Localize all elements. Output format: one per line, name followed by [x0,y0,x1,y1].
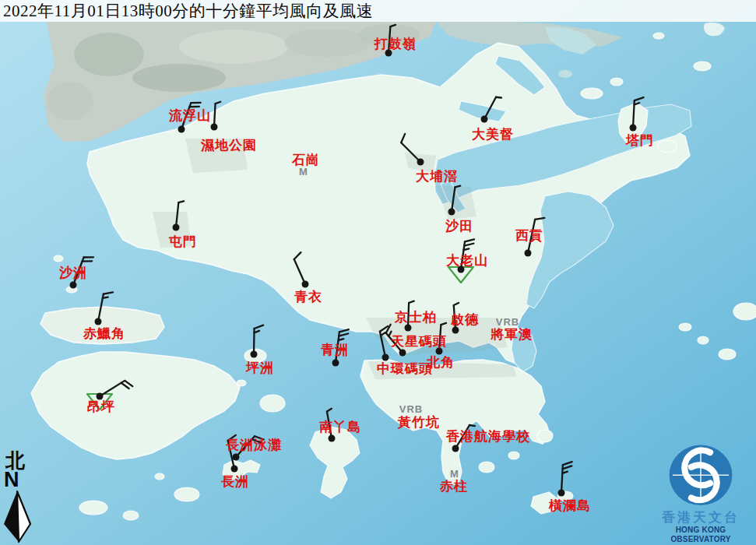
wind-barb-tsing-yi [293,252,314,287]
north-label-letter: N [4,470,37,489]
wind-barb-north-point [436,322,447,354]
station-dot-tap-mun [630,125,637,132]
wind-barb-peng-chau [251,325,264,357]
station-dot-cheung-chau-beach [233,454,240,461]
station-dot-lamma-island [329,435,336,442]
wind-barb-kai-tak [452,303,461,333]
station-dot-hk-sea-school [452,445,459,452]
station-dot-ngong-ping [97,393,104,400]
hko-logo-english: HONG KONG OBSERVATORY [646,526,755,544]
wind-barb-ngong-ping [87,378,132,410]
wind-barb-hk-sea-school [452,424,475,452]
station-dot-kai-tak [452,327,459,334]
wind-barb-kings-park [405,301,414,331]
hko-logo: 香港天文台 HONG KONG OBSERVATORY [646,443,755,544]
wind-barb-layer [0,0,756,545]
wind-barb-tap-mun [630,97,644,131]
wind-barb-sha-tin [448,185,461,216]
wind-barb-tuen-mun [173,201,185,231]
map-title: 2022年11月01日13時00分的十分鐘平均風向及風速 [3,1,373,21]
station-dot-cheung-chau [231,466,238,473]
wind-barb-lamma-island [326,409,336,442]
station-dot-tates-cairn [458,266,465,273]
wind-barb-waglan-island [558,461,572,496]
wind-barb-sha-chau [70,254,94,288]
hko-logo-icon [667,443,734,510]
wind-barb-ta-kwu-ling [385,24,396,56]
wind-barb-cheung-chau-beach [233,434,264,463]
station-dot-tuen-mun [173,224,180,231]
station-dot-chek-lap-kok [95,318,102,325]
station-dot-tsing-yi [302,281,309,288]
station-dot-tai-mei-tuk [481,116,488,123]
station-dot-north-point [436,348,443,355]
station-dot-star-ferry-pier [399,350,406,357]
wind-barb-tates-cairn [448,238,474,283]
station-dot-central-pier [382,354,389,361]
station-dot-waglan-island [558,490,565,497]
station-dot-green-island [332,360,339,367]
hko-logo-chinese: 香港天文台 [646,510,755,526]
station-dot-sha-chau [70,282,77,289]
wind-map-page: 打鼓嶺流浮山濕地公園石崗M大美督塔門大埔滘沙田屯門西貢沙洲大老山青衣赤鱲角京士柏… [0,0,756,545]
wind-barb-lau-fau-shan [178,100,201,133]
station-dot-wetland-park [211,124,218,131]
wind-barb-tai-po-kau [399,134,427,166]
station-dot-sha-tin [448,209,455,216]
wind-barb-tai-mei-tuk [481,95,501,122]
station-dot-lau-fau-shan [178,126,185,133]
wind-barb-sai-kung [525,216,545,256]
station-dot-peng-chau [251,351,258,358]
title-bar: 2022年11月01日13時00分的十分鐘平均風向及風速 [0,0,756,22]
north-compass: 北 N [2,451,37,543]
station-dot-sai-kung [525,250,532,257]
station-dot-ta-kwu-ling [385,50,392,57]
station-dot-tai-po-kau [417,159,424,166]
wind-barb-chek-lap-kok [95,290,114,325]
wind-barb-wetland-park [211,101,221,130]
north-arrow-icon [2,489,33,543]
wind-barb-green-island [332,329,349,367]
station-dot-kings-park [405,325,412,332]
